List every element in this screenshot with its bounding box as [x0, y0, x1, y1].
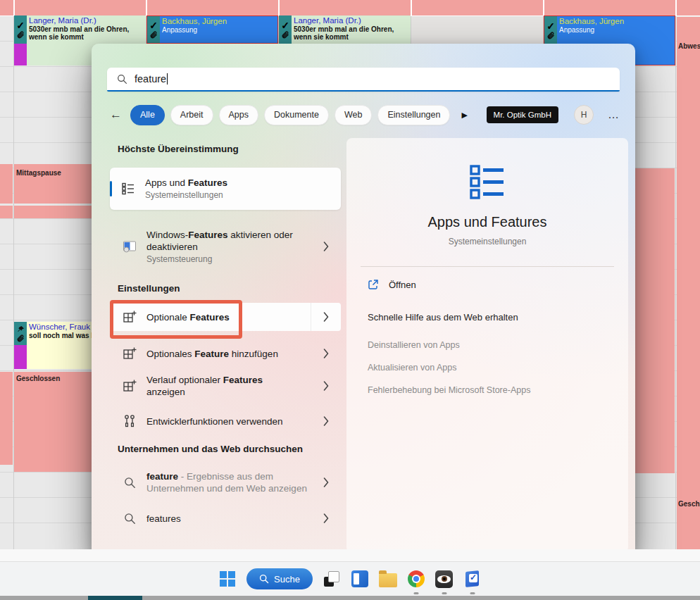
check-app-button[interactable]: ✓ [463, 570, 482, 588]
paperclip-icon [16, 334, 25, 342]
divider [361, 266, 614, 267]
result-windows-features[interactable]: Windows-Features aktivieren oder deaktiv… [111, 220, 341, 273]
link-aktualisieren[interactable]: Aktualisieren von Apps [368, 363, 456, 373]
calendar-cell [147, 0, 278, 15]
link-fehlerbehebung[interactable]: Fehlerbehebung bei Microsoft Store-Apps [368, 385, 530, 395]
filter-tab-dokumente[interactable]: Dokumente [264, 105, 329, 125]
external-link-icon [368, 279, 379, 290]
desktop: Mittagspause Geschlossen Abwesend Geschl… [0, 0, 700, 600]
chevron-right-icon[interactable] [311, 341, 341, 366]
folder-icon [379, 573, 397, 587]
calendar-cell [544, 0, 675, 15]
result-apps-und-features[interactable]: Apps und Features Systemeinstellungen [110, 168, 341, 210]
search-icon [117, 74, 127, 85]
apps-list-icon [120, 182, 137, 196]
result-title: Optionales Feature hinzufügen [146, 348, 311, 360]
check-icon: ✓ [149, 21, 158, 30]
result-web-search-feature[interactable]: feature - Ergebnisse aus dem Unternehmen… [111, 463, 341, 501]
category-color-bar [14, 345, 27, 369]
appointment-note: Anpassung [162, 26, 276, 34]
chrome-button[interactable] [407, 570, 425, 588]
open-label: Öffnen [389, 280, 416, 290]
detail-title: Apps und Features [346, 214, 628, 230]
filter-tab-web[interactable]: Web [335, 105, 372, 125]
calendar-cell [677, 0, 700, 15]
appointment-note: wenn sie kommt [294, 33, 409, 41]
taskbar-app-mail[interactable] [351, 570, 369, 588]
optik-app-button[interactable] [435, 570, 454, 588]
chevron-right-icon[interactable] [311, 368, 341, 404]
check-icon: ✓ [16, 21, 25, 30]
more-filters-icon[interactable]: ▶ [461, 111, 467, 120]
result-title-line2: Unternehmen und dem Web anzeigen [146, 482, 311, 494]
search-input[interactable]: feature [107, 68, 620, 92]
taskbar-search-button[interactable]: Suche [246, 568, 313, 589]
calendar-cell [15, 0, 146, 15]
filter-tab-arbeit[interactable]: Arbeit [170, 105, 213, 125]
detail-panel: Apps und Features Systemeinstellungen Öf… [346, 138, 628, 553]
geschlossen-label: Geschlossen [16, 375, 60, 382]
mittagspause-label: Mittagspause [16, 169, 61, 177]
calendar-cell [0, 0, 13, 15]
result-subtitle: Systemeinstellungen [145, 190, 341, 201]
section-header-web: Unternehmen und das Web durchsuchen [118, 444, 303, 454]
result-optionale-features[interactable]: Optionale Features [111, 303, 341, 331]
blue-app-icon [351, 570, 368, 587]
chevron-right-icon[interactable] [311, 408, 341, 434]
options-ellipsis-icon[interactable]: … [608, 108, 620, 121]
result-optionales-feature-hinzufuegen[interactable]: Optionales Feature hinzufügen [111, 341, 341, 366]
task-view-button[interactable] [323, 570, 341, 588]
open-action[interactable]: Öffnen [368, 279, 416, 290]
section-header-best-match: Höchste Übereinstimmung [118, 144, 239, 154]
pushpin-icon [17, 325, 25, 333]
check-icon: ✓ [546, 22, 555, 30]
result-title-line2: anzeigen [146, 386, 311, 398]
link-deinstallieren[interactable]: Deinstallieren von Apps [368, 340, 460, 350]
result-title: Verlauf optionaler Features [146, 374, 311, 386]
start-button[interactable] [218, 570, 237, 588]
appointment-backhaus-1[interactable]: ✓ Backhaus, Jürgen Anpassung [146, 15, 278, 44]
desktop-strip [0, 549, 700, 561]
calendar-band [0, 164, 13, 204]
chevron-right-icon[interactable] [311, 220, 341, 273]
selection-accent-bar [110, 181, 112, 196]
appointment-note: 5030er mnb mal an die Ohren, [29, 25, 144, 33]
appointment-title: Langer, Maria (Dr.) [29, 16, 144, 25]
chevron-right-icon[interactable] [311, 463, 341, 501]
developer-tools-icon [121, 414, 138, 428]
chrome-icon [408, 570, 425, 587]
filter-tab-einstellungen[interactable]: Einstellungen [377, 105, 450, 125]
taskbar: Suche ✓ [0, 561, 700, 596]
windows-features-icon [121, 239, 138, 254]
appointment-title: Backhaus, Jürgen [162, 17, 276, 26]
back-arrow-icon[interactable]: ← [110, 108, 122, 122]
check-icon: ✓ [281, 21, 289, 30]
search-icon [121, 513, 138, 525]
apps-features-large-icon [346, 163, 628, 203]
windows-search-panel: feature ← Alle Arbeit Apps Dokumente Web… [92, 44, 635, 556]
filter-tab-alle[interactable]: Alle [130, 105, 165, 125]
windows-logo-icon [220, 571, 235, 587]
paperclip-icon [546, 31, 555, 39]
chevron-right-icon[interactable] [311, 506, 341, 531]
result-web-search-features[interactable]: features [111, 506, 341, 531]
search-icon [121, 477, 138, 489]
grid-plus-icon [121, 379, 138, 393]
appointment-status-icons: ✓ [544, 16, 557, 44]
running-indicator [470, 592, 475, 594]
calendar-band [0, 372, 13, 465]
avatar[interactable]: H [574, 105, 594, 125]
eye-app-icon [435, 570, 453, 588]
appointment-note: Anpassung [559, 26, 673, 34]
appointment-note: 5030er mnb mal an die Ohren, [294, 25, 409, 33]
background-window-fragment [88, 596, 142, 600]
running-indicator [442, 592, 446, 594]
result-verlauf-optionaler-features[interactable]: Verlauf optionaler Features anzeigen [111, 368, 341, 404]
chevron-right-icon[interactable] [311, 303, 341, 331]
file-explorer-button[interactable] [379, 570, 397, 588]
organization-badge: Mr. Optik GmbH [487, 106, 558, 123]
filter-tab-apps[interactable]: Apps [219, 105, 259, 125]
appointment-title: Langer, Maria (Dr.) [294, 16, 409, 25]
geschlossen-right-label: Geschlossen [678, 500, 700, 508]
result-entwicklerfunktionen[interactable]: Entwicklerfunktionen verwenden [111, 408, 341, 434]
